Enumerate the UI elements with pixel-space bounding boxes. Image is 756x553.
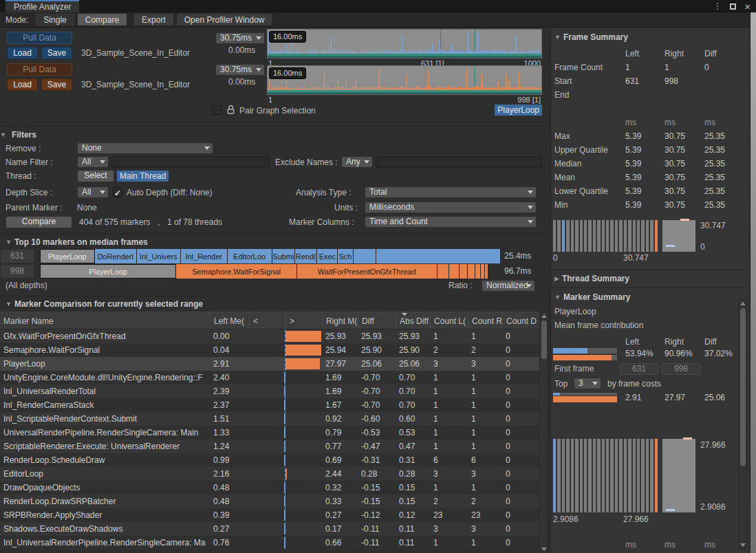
scroll-down-icon[interactable] xyxy=(740,543,746,547)
table-row[interactable]: Inl_ScriptableRenderContext.Submit1.510.… xyxy=(0,412,539,426)
exclude-names-input[interactable] xyxy=(376,156,542,168)
frame-summary-histogram[interactable] xyxy=(553,220,658,252)
marker-segment[interactable]: DoRenderl xyxy=(95,249,137,263)
table-row[interactable]: EditorLoop2.162.440.280.28330 xyxy=(0,467,539,481)
auto-depth-checkbox[interactable] xyxy=(113,187,122,197)
frame-number-box[interactable]: 631 xyxy=(0,249,34,263)
units-dropdown[interactable]: Milliseconds xyxy=(365,202,537,213)
graph-scale-dropdown-left[interactable]: 30.75ms xyxy=(215,32,265,44)
top10-marker-bar[interactable]: PlayerLoopDoRenderlInl_UniversInl_Render… xyxy=(40,249,501,263)
foldout-open-icon[interactable]: ▼ xyxy=(554,34,561,41)
first-frame-right-button[interactable]: 998 xyxy=(662,363,700,375)
top10-row[interactable]: 631PlayerLoopDoRenderlInl_UniversInl_Ren… xyxy=(0,249,550,263)
marker-segment[interactable]: Inl_Univers xyxy=(137,249,181,263)
marker-segment[interactable]: Inl_Render xyxy=(181,249,228,263)
marker-segment[interactable]: EditorLoo xyxy=(228,249,272,263)
mode-compare-button[interactable]: Compare xyxy=(77,13,127,26)
scroll-up-icon[interactable] xyxy=(541,314,547,318)
table-row[interactable]: Gfx.WaitForPresentOnGfxThread0.0025.9325… xyxy=(0,329,539,343)
scroll-up-icon[interactable] xyxy=(740,302,746,305)
load-right-button[interactable]: Load xyxy=(7,78,38,91)
marker-segment[interactable]: Sch xyxy=(338,249,353,263)
analysis-type-dropdown[interactable]: Total xyxy=(365,186,537,198)
column-header[interactable]: Count D xyxy=(502,312,539,329)
foldout-closed-icon[interactable]: ▶ xyxy=(554,275,559,282)
marker-segment-small[interactable] xyxy=(485,264,488,279)
marker-segment-small[interactable] xyxy=(475,264,481,279)
scroll-down-icon[interactable] xyxy=(541,547,547,551)
table-row[interactable]: Inl_UniversalRenderPipeline.RenderSingle… xyxy=(0,536,539,550)
marker-summary-boxplot[interactable] xyxy=(662,439,695,512)
frame-summary-boxplot[interactable] xyxy=(662,220,695,252)
frame-time-graph-left[interactable]: 16.00ms xyxy=(267,29,542,58)
table-row[interactable]: PlayerLoop2.9127.9725.0625.06330 xyxy=(0,357,539,371)
table-row[interactable]: DrawOpaqueObjects0.480.32-0.150.15110 xyxy=(0,481,539,495)
marker-summary-histogram[interactable] xyxy=(553,439,658,512)
depth-slice-dropdown[interactable]: All xyxy=(77,186,109,198)
foldout-open-icon[interactable]: ▼ xyxy=(6,239,12,246)
foldout-open-icon[interactable]: ▼ xyxy=(6,301,12,307)
column-header[interactable]: Count R xyxy=(468,312,502,329)
pair-graph-selection-checkbox[interactable] xyxy=(212,105,222,115)
marker-segment[interactable]: PlayerLoop xyxy=(40,264,176,279)
compare-button[interactable]: Compare xyxy=(6,216,72,228)
table-scrollbar[interactable] xyxy=(539,312,548,553)
marker-segment[interactable]: WaitForPresentOnGfxThread xyxy=(297,264,438,279)
save-right-button[interactable]: Save xyxy=(41,78,72,91)
maximize-icon[interactable] xyxy=(730,3,736,10)
remove-dropdown[interactable]: None xyxy=(77,142,213,154)
window-tab-profile-analyzer[interactable]: Profile Analyzer xyxy=(6,0,79,12)
column-header[interactable]: Right M( xyxy=(322,312,358,329)
scrollbar-thumb[interactable] xyxy=(541,321,547,359)
table-row[interactable]: Semaphore.WaitForSignal0.0425.9425.9025.… xyxy=(0,343,539,357)
marker-segment[interactable]: Submi xyxy=(272,249,296,263)
frame-number-box[interactable]: 998 xyxy=(0,264,34,279)
top10-marker-bar[interactable]: PlayerLoopSemaphore.WaitForSignalWaitFor… xyxy=(40,264,501,279)
name-filter-input[interactable] xyxy=(111,156,270,168)
marker-segment[interactable]: Semaphore.WaitForSignal xyxy=(176,264,297,279)
marker-segment-small[interactable] xyxy=(460,264,468,279)
top10-row[interactable]: 998PlayerLoopSemaphore.WaitForSignalWait… xyxy=(0,264,550,279)
frame-time-graph-right[interactable]: 16.00ms xyxy=(267,65,542,95)
column-header[interactable]: Marker Name xyxy=(0,312,210,329)
close-icon[interactable]: × xyxy=(744,1,750,12)
column-header[interactable]: Diff xyxy=(358,312,396,329)
column-header[interactable]: < xyxy=(249,312,285,329)
marker-segment-small[interactable] xyxy=(354,249,377,263)
load-left-button[interactable]: Load xyxy=(7,47,38,59)
marker-segment-small[interactable] xyxy=(449,264,460,279)
table-row[interactable]: UnityEngine.CoreModule.dll!UnityEngine.R… xyxy=(0,371,539,384)
scrollbar-thumb[interactable] xyxy=(740,308,746,466)
marker-segment[interactable]: PlayerLoop xyxy=(40,249,95,263)
marker-columns-dropdown[interactable]: Time and Count xyxy=(365,216,537,228)
table-row[interactable]: ScriptableRenderer.Execute: UniversalRen… xyxy=(0,440,539,453)
thread-select-button[interactable]: Select xyxy=(77,170,114,182)
exclude-mode-dropdown[interactable]: Any xyxy=(341,156,373,168)
open-profiler-window-button[interactable]: Open Profiler Window xyxy=(176,13,273,26)
table-row[interactable]: Inl_UniversalRenderTotal2.391.69-0.700.7… xyxy=(0,384,539,398)
panel-scrollbar[interactable] xyxy=(738,299,747,550)
pull-data-right-button[interactable]: Pull Data xyxy=(7,63,72,76)
save-left-button[interactable]: Save xyxy=(41,47,72,59)
unlock-icon[interactable] xyxy=(227,105,235,114)
ratio-dropdown[interactable]: Normalized xyxy=(482,280,535,292)
marker-segment-small[interactable] xyxy=(438,264,449,279)
table-row[interactable]: RenderLoop.ScheduleDraw0.990.69-0.310.31… xyxy=(0,453,539,467)
mode-single-button[interactable]: Single xyxy=(35,13,74,26)
column-header[interactable]: Abs Diff xyxy=(396,312,430,329)
column-header[interactable]: Count L( xyxy=(430,312,468,329)
table-header[interactable]: Marker NameLeft Me(<>Right M(DiffAbs Dif… xyxy=(0,312,539,329)
marker-segment-small[interactable] xyxy=(468,264,475,279)
marker-segment[interactable]: Rend( xyxy=(295,249,317,263)
marker-segment-small[interactable] xyxy=(376,249,501,263)
kebab-menu-icon[interactable]: ⋮ xyxy=(713,1,722,11)
marker-segment[interactable]: Exec xyxy=(317,249,338,263)
top-n-dropdown[interactable]: 3 xyxy=(574,378,601,389)
table-row[interactable]: Inl_RenderCameraStack2.371.67-0.700.7011… xyxy=(0,398,539,412)
table-row[interactable]: RenderLoop.DrawSRPBatcher0.480.33-0.150.… xyxy=(0,495,539,508)
name-filter-mode-dropdown[interactable]: All xyxy=(77,156,109,168)
first-frame-left-button[interactable]: 631 xyxy=(620,363,658,375)
table-row[interactable]: UniversalRenderPipeline.RenderSingleCame… xyxy=(0,426,539,440)
table-row[interactable]: SRPBRender.ApplyShader0.390.27-0.120.122… xyxy=(0,508,539,522)
column-header[interactable]: > xyxy=(285,312,322,329)
